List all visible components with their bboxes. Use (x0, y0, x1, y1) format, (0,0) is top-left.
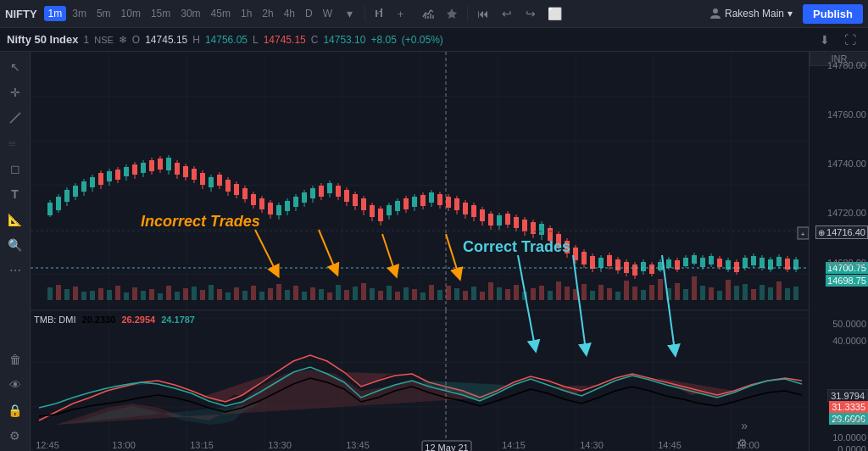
svg-rect-100 (776, 281, 782, 300)
svg-rect-94 (726, 280, 731, 300)
svg-text:12:45: 12:45 (36, 440, 59, 450)
dmi-val2: 26.2954 (121, 315, 155, 325)
settings-tool[interactable]: ⚙ (3, 424, 27, 448)
change-value: +8.05 (370, 34, 396, 46)
tf-1m[interactable]: 1m (44, 6, 67, 21)
svg-rect-55 (395, 292, 400, 300)
svg-rect-101 (785, 288, 790, 300)
svg-rect-98 (760, 285, 765, 300)
compare-btn[interactable]: + (393, 3, 415, 25)
zoom-tool[interactable]: 🔍 (3, 233, 27, 257)
fib-tool[interactable]: 𝄘 (3, 131, 27, 155)
svg-rect-146 (225, 180, 231, 192)
svg-rect-190 (412, 197, 417, 207)
draw-line-tool[interactable] (3, 106, 27, 130)
chart-container: ↖ ✛ 𝄘 ◻ T 📐 🔍 ⋯ 🗑 👁 🔒 ⚙ INR Vol ▲ (0, 52, 868, 451)
svg-rect-77 (581, 284, 587, 300)
chart-symbol: Nifty 50 Index (7, 33, 79, 46)
eye-tool[interactable]: 👁 (3, 373, 27, 397)
svg-rect-99 (768, 287, 773, 300)
tf-15m[interactable]: 15m (147, 6, 175, 21)
svg-rect-69 (514, 285, 519, 300)
svg-rect-237 (607, 255, 612, 266)
text-tool[interactable]: T (3, 182, 27, 206)
svg-rect-61 (446, 286, 451, 300)
tf-10m[interactable]: 10m (117, 6, 145, 21)
svg-rect-247 (649, 264, 654, 274)
svg-rect-194 (429, 192, 434, 203)
top-toolbar: NIFTY 1m 3m 5m 10m 15m 30m 45m 1h 2h 4h … (0, 0, 868, 28)
tf-5m[interactable]: 5m (92, 6, 115, 21)
expand-arrows-btn[interactable]: » (741, 419, 748, 432)
svg-rect-75 (565, 287, 570, 300)
price-14780: 14780.00 (827, 60, 866, 70)
svg-rect-59 (429, 285, 434, 300)
svg-rect-136 (183, 166, 188, 177)
price-14720: 14720.00 (827, 208, 866, 218)
tf-4h[interactable]: 4h (280, 6, 299, 21)
replay-btn[interactable]: ⏮ (472, 3, 494, 25)
svg-text:14:45: 14:45 (658, 440, 682, 450)
svg-rect-90 (692, 276, 697, 300)
undo-btn[interactable]: ↩ (496, 3, 518, 25)
indicators-btn[interactable] (417, 3, 439, 25)
svg-text:12 May 21: 12 May 21 (425, 443, 468, 451)
svg-rect-44 (302, 292, 307, 300)
tf-dropdown[interactable]: ▾ (338, 3, 360, 25)
tf-3m[interactable]: 3m (68, 6, 91, 21)
price-green2-badge: 14698.75 (826, 275, 868, 287)
tf-w[interactable]: W (319, 6, 337, 21)
svg-rect-231 (581, 252, 587, 264)
svg-rect-148 (234, 184, 239, 195)
tf-2h[interactable]: 2h (258, 6, 277, 21)
svg-rect-130 (158, 159, 163, 170)
fullscreen2-btn[interactable]: ⛶ (839, 29, 861, 51)
user-menu-btn[interactable]: Rakesh Main ▾ (704, 6, 798, 21)
svg-rect-168 (319, 186, 324, 197)
lock-tool[interactable]: 🔒 (3, 398, 27, 422)
svg-rect-158 (276, 205, 281, 215)
user-chevron: ▾ (787, 8, 793, 19)
cursor-tool[interactable]: ↖ (3, 55, 27, 79)
dmi-10: 10.0000 (832, 432, 866, 443)
svg-rect-261 (709, 256, 714, 264)
crosshair-tool[interactable]: ✛ (3, 81, 27, 104)
svg-line-6 (10, 113, 20, 123)
tf-45m[interactable]: 45m (207, 6, 235, 21)
dmi-20: 20.0000 (832, 416, 866, 426)
price-14680: 14680.00 (827, 258, 866, 268)
bar-type-btn[interactable] (370, 3, 392, 25)
publish-button[interactable]: Publish (803, 4, 863, 24)
svg-rect-54 (387, 286, 392, 300)
shapes-tool[interactable]: ◻ (3, 157, 27, 181)
more-tools[interactable]: ⋯ (3, 259, 27, 282)
svg-rect-49 (344, 290, 349, 300)
trash-tool[interactable]: 🗑 (3, 348, 27, 371)
svg-rect-160 (285, 201, 290, 211)
svg-rect-43 (293, 286, 298, 300)
svg-rect-201 (454, 198, 459, 210)
svg-rect-40 (268, 288, 273, 300)
svg-rect-80 (607, 288, 612, 300)
svg-rect-39 (259, 292, 264, 300)
redo-btn[interactable]: ↪ (520, 3, 542, 25)
svg-rect-138 (192, 169, 197, 180)
svg-rect-96 (743, 284, 748, 300)
tf-1h[interactable]: 1h (236, 6, 256, 21)
price-14740: 14740.00 (827, 159, 866, 169)
svg-rect-14 (47, 287, 53, 300)
measure-tool[interactable]: 📐 (3, 208, 27, 231)
alerts-btn[interactable] (441, 3, 463, 25)
svg-rect-118 (107, 171, 112, 181)
tf-30m[interactable]: 30m (176, 6, 204, 21)
fullscreen-btn[interactable]: ⬜ (543, 3, 565, 25)
tf-d[interactable]: D (301, 6, 317, 21)
download-btn[interactable]: ⬇ (814, 29, 836, 51)
close-label: C (311, 34, 319, 46)
svg-rect-172 (336, 186, 341, 197)
settings-gear-btn[interactable]: ⚙ (737, 437, 748, 449)
svg-rect-45 (310, 287, 315, 300)
snowflake-icon[interactable]: ❄ (119, 34, 127, 46)
svg-rect-20 (98, 288, 103, 300)
dmi-indicator-label: TMB: DMI 20.2330 26.2954 24.1787 (34, 315, 195, 325)
